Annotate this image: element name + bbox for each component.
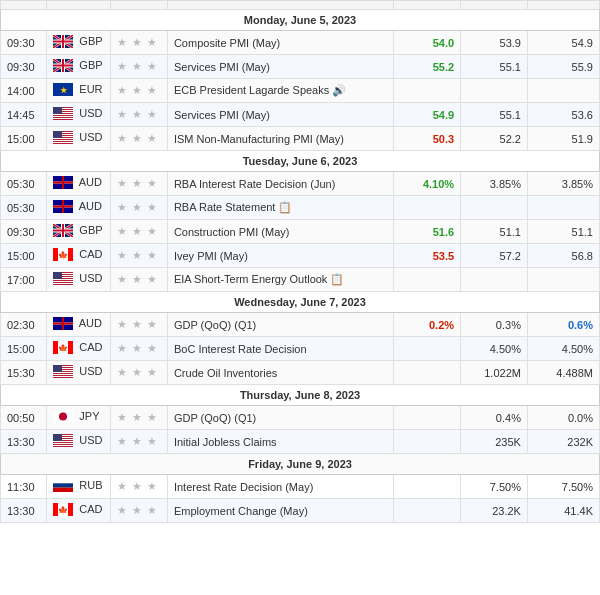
table-row: 17:00 USD ★ ★ ★ EIA Short-Term Energy Ou… (1, 268, 600, 292)
previous-cell (527, 196, 599, 220)
importance-cell: ★ ★ ★ (111, 361, 168, 385)
forecast-value: 55.1 (500, 109, 521, 121)
section-label: Tuesday, June 6, 2023 (1, 151, 600, 172)
importance-cell: ★ ★ ★ (111, 499, 168, 523)
header-previous (527, 1, 599, 10)
currency-code: GBP (79, 224, 102, 236)
time-cell: 15:00 (1, 127, 47, 151)
previous-cell: 53.6 (527, 103, 599, 127)
importance-cell: ★ ★ ★ (111, 55, 168, 79)
svg-rect-82 (53, 376, 73, 377)
currency-cell: GBP (47, 55, 111, 79)
currency-cell: ★ EUR (47, 79, 111, 103)
currency-cell: 🍁 CAD (47, 337, 111, 361)
flag-icon (53, 410, 73, 425)
time-cell: 15:30 (1, 361, 47, 385)
svg-rect-83 (53, 365, 62, 372)
forecast-value: 7.50% (490, 481, 521, 493)
currency-code: JPY (79, 410, 99, 422)
svg-rect-73 (68, 341, 73, 354)
previous-cell: 3.85% (527, 172, 599, 196)
importance-cell: ★ ★ ★ (111, 430, 168, 454)
actual-value: 0.2% (429, 319, 454, 331)
currency-code: GBP (79, 35, 102, 47)
actual-cell (394, 430, 461, 454)
svg-text:🍁: 🍁 (58, 343, 68, 353)
svg-rect-90 (53, 441, 73, 442)
forecast-cell: 0.3% (461, 313, 528, 337)
currency-code: CAD (79, 341, 102, 353)
currency-code: AUD (79, 176, 102, 188)
table-row: 05:30 AUD ★ ★ ★ RBA Rate Statement 📋 (1, 196, 600, 220)
currency-code: AUD (79, 200, 102, 212)
flag-icon (53, 35, 73, 50)
flag-icon: 🍁 (53, 341, 73, 356)
svg-rect-17 (53, 65, 73, 67)
importance-stars: ★ ★ ★ (117, 318, 158, 330)
section-label: Friday, June 9, 2023 (1, 454, 600, 475)
importance-stars: ★ ★ ★ (117, 342, 158, 354)
importance-cell: ★ ★ ★ (111, 313, 168, 337)
svg-rect-64 (53, 281, 73, 282)
forecast-cell: 7.50% (461, 475, 528, 499)
currency-code: USD (79, 131, 102, 143)
svg-rect-8 (53, 41, 73, 43)
currency-cell: GBP (47, 31, 111, 55)
time-cell: 05:30 (1, 172, 47, 196)
flag-icon (53, 107, 73, 122)
event-cell: Composite PMI (May) (167, 31, 393, 55)
time-cell: 17:00 (1, 268, 47, 292)
forecast-cell: 55.1 (461, 103, 528, 127)
flag-icon (53, 224, 73, 239)
actual-cell (394, 268, 461, 292)
forecast-value: 57.2 (500, 250, 521, 262)
currency-cell: AUD (47, 196, 111, 220)
flag-icon: 🍁 (53, 503, 73, 518)
svg-rect-63 (53, 279, 73, 280)
time-cell: 13:30 (1, 430, 47, 454)
previous-value: 51.1 (572, 226, 593, 238)
currency-code: USD (79, 272, 102, 284)
svg-rect-98 (68, 503, 73, 516)
previous-cell (527, 79, 599, 103)
event-cell: ISM Non-Manufacturing PMI (May) (167, 127, 393, 151)
actual-value: 4.10% (423, 178, 454, 190)
flag-icon (53, 434, 73, 449)
time-cell: 15:00 (1, 337, 47, 361)
actual-value: 51.6 (433, 226, 454, 238)
actual-value: 54.0 (433, 37, 454, 49)
currency-cell: AUD (47, 313, 111, 337)
previous-value: 51.9 (572, 133, 593, 145)
importance-stars: ★ ★ ★ (117, 480, 158, 492)
importance-cell: ★ ★ ★ (111, 103, 168, 127)
section-label: Thursday, June 8, 2023 (1, 385, 600, 406)
svg-rect-24 (53, 114, 73, 115)
forecast-cell: 3.85% (461, 172, 528, 196)
previous-cell: 232K (527, 430, 599, 454)
actual-cell (394, 337, 461, 361)
header-imp (111, 1, 168, 10)
previous-cell: 4.488M (527, 361, 599, 385)
economic-calendar-table: Monday, June 5, 2023 09:30 GBP ★ ★ ★ Com… (0, 0, 600, 523)
table-row: 00:50 JPY ★ ★ ★ GDP (QoQ) (Q1) 0.4% 0.0% (1, 406, 600, 430)
previous-cell: 51.1 (527, 220, 599, 244)
event-cell: BoC Interest Rate Decision (167, 337, 393, 361)
event-cell: GDP (QoQ) (Q1) (167, 406, 393, 430)
actual-cell: 50.3 (394, 127, 461, 151)
event-cell: GDP (QoQ) (Q1) (167, 313, 393, 337)
previous-cell: 51.9 (527, 127, 599, 151)
previous-value: 4.50% (562, 343, 593, 355)
currency-cell: USD (47, 430, 111, 454)
previous-cell: 55.9 (527, 55, 599, 79)
svg-rect-94 (53, 479, 73, 483)
actual-cell: 51.6 (394, 220, 461, 244)
event-cell: RBA Rate Statement 📋 (167, 196, 393, 220)
previous-value: 53.6 (572, 109, 593, 121)
forecast-value: 23.2K (492, 505, 521, 517)
importance-stars: ★ ★ ★ (117, 273, 158, 285)
svg-rect-32 (53, 138, 73, 139)
forecast-cell: 235K (461, 430, 528, 454)
currency-cell: GBP (47, 220, 111, 244)
svg-rect-80 (53, 372, 73, 373)
event-cell: Services PMI (May) (167, 103, 393, 127)
